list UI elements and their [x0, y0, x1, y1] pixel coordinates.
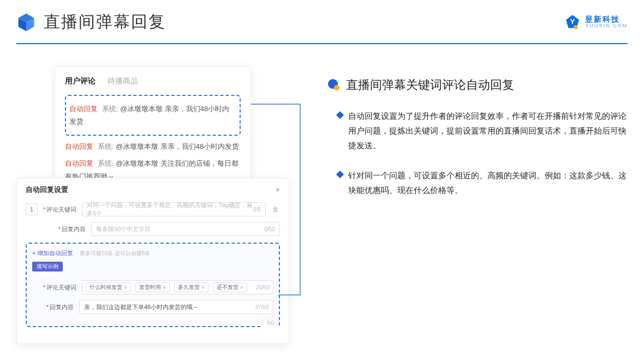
brand-icon: Y	[564, 14, 581, 31]
bullet-text: 针对同一个问题，可设置多个相近的、高频的关键词。例如：这款多少钱、这块能优惠吗、…	[348, 168, 628, 197]
ex-reply-label: *回复内容	[43, 303, 74, 311]
bubble-icon	[327, 79, 341, 92]
auto-reply-tag: 自动回复	[69, 105, 98, 113]
ex-keyword-chips[interactable]: 什么时候发货× 发货时间× 多久发货× 还不发货× 20/50	[82, 280, 273, 294]
svg-point-6	[334, 85, 339, 90]
sys-label: 系统:	[98, 159, 114, 167]
tab-pending-goods[interactable]: 待播商品	[108, 76, 138, 86]
reply-placeholder: 每条限50个中文字符	[96, 225, 151, 233]
diamond-icon	[336, 171, 344, 178]
keyword-label: *评论关键词	[43, 206, 76, 214]
keyword-input[interactable]: 对同一个问题，可设置多个相近、高频的关键词，Tag确定，最多5个 0/5	[82, 202, 266, 216]
example-block: + 增加自动回复 最多可建10条 还可以创建9条 填写示例 *评论关键词 什么时…	[26, 243, 280, 327]
bullet-item: 针对同一个问题，可设置多个相近的、高频的关键词。例如：这款多少钱、这块能优惠吗、…	[337, 168, 628, 197]
reply-count: 0/50	[265, 226, 275, 232]
reply-input[interactable]: 每条限50个中文字符 0/50	[91, 222, 280, 236]
bullet-item: 自动回复设置为了提升作者的评论回复效率，作者可在开播前针对常见的评论用户问题，提…	[337, 108, 628, 153]
comment-body: @冰墩墩本墩 亲亲，我们48小时内发货	[116, 142, 239, 150]
brand-subtitle: YUUXIN.COM	[585, 23, 628, 29]
svg-text:Y: Y	[570, 17, 575, 26]
highlighted-comment: 自动回复 系统: @冰墩墩本墩 亲亲，我们48小时内发货	[65, 95, 241, 136]
svg-point-3	[574, 25, 579, 29]
right-column: 直播间弹幕关键词评论自动回复 自动回复设置为了提升作者的评论回复效率，作者可在开…	[327, 66, 628, 213]
auto-reply-settings-card: 自动回复设置 × 1 *评论关键词 对同一个问题，可设置多个相近、高频的关键词，…	[16, 178, 289, 344]
page-header: 直播间弹幕回复 Y 昱新科技 YUUXIN.COM	[0, 0, 644, 39]
chip[interactable]: 还不发货×	[213, 282, 247, 292]
chip[interactable]: 多久发货×	[174, 282, 208, 292]
ex-keyword-count: 20/50	[256, 285, 270, 291]
brand-name: 昱新科技	[585, 15, 628, 23]
cube-icon	[16, 13, 36, 32]
add-auto-reply-link[interactable]: + 增加自动回复	[32, 250, 73, 256]
rule-index: 1	[26, 203, 38, 215]
sys-label: 系统:	[98, 142, 114, 150]
chip[interactable]: 什么时候发货×	[86, 282, 131, 292]
ex-reply-value: 亲，我们这边都是下单48小时内发货的哦～	[84, 303, 199, 311]
add-hint: 最多可建10条 还可以创建9条	[80, 250, 150, 256]
reply-label: *回复内容	[55, 225, 86, 233]
ex-keyword-label: *评论关键词	[43, 283, 76, 292]
chip[interactable]: 发货时间×	[135, 282, 170, 292]
bullet-text: 自动回复设置为了提升作者的评论回复效率，作者可在开播前针对常见的评论用户问题，提…	[348, 108, 628, 153]
tabs: 用户评论 待播商品	[65, 76, 241, 86]
brand-block: Y 昱新科技 YUUXIN.COM	[564, 14, 628, 31]
tab-user-comments[interactable]: 用户评论	[65, 76, 96, 86]
keyword-placeholder: 对同一个问题，可设置多个相近、高频的关键词，Tag确定，最多5个	[87, 201, 253, 218]
auto-reply-tag: 自动回复	[65, 159, 93, 167]
section-title-row: 直播间弹幕关键词评论自动回复	[327, 77, 628, 93]
settings-title: 自动回复设置	[26, 185, 68, 195]
close-icon[interactable]: ×	[276, 185, 280, 194]
sys-label: 系统:	[102, 105, 118, 113]
delete-icon[interactable]: 🗑	[271, 206, 280, 213]
diamond-icon	[336, 111, 344, 119]
ex-reply-count: 37/50	[255, 304, 269, 310]
ex-reply-input[interactable]: 亲，我们这边都是下单48小时内发货的哦～ 37/50	[79, 300, 273, 314]
auto-reply-tag: 自动回复	[65, 142, 93, 150]
example-button[interactable]: 填写示例	[32, 262, 63, 272]
section-title: 直播间弹幕关键词评论自动回复	[346, 77, 514, 93]
left-column: 用户评论 待播商品 自动回复 系统: @冰墩墩本墩 亲亲，我们48小时内发货 自…	[16, 66, 306, 213]
ghost-count: /50	[263, 319, 278, 327]
page-title: 直播间弹幕回复	[44, 11, 166, 33]
keyword-count: 0/5	[253, 207, 261, 213]
comment-item: 自动回复 系统: @冰墩墩本墩 亲亲，我们48小时内发货	[65, 140, 241, 153]
